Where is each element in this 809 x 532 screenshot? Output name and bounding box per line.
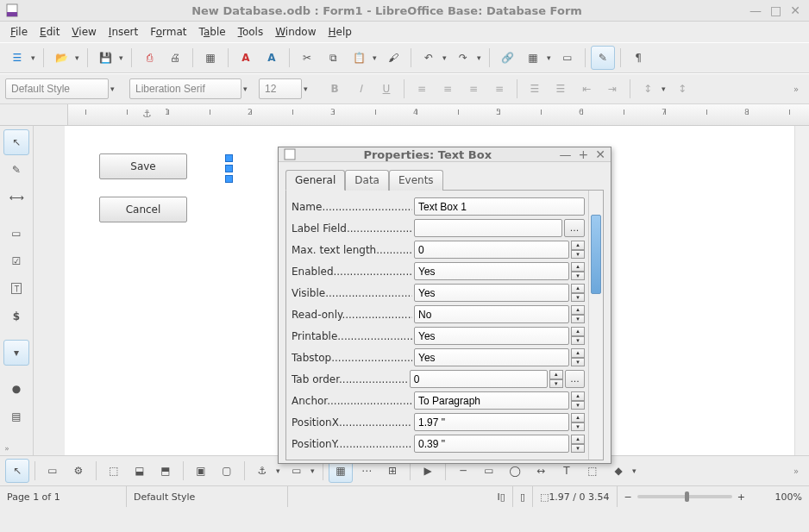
numbering-icon[interactable]: ☰ [549,77,573,101]
save-icon[interactable]: 💾 [93,46,117,70]
copy-icon[interactable]: ⧉ [321,46,345,70]
menu-edit[interactable]: Edit [34,24,65,40]
more-controls-icon[interactable]: ▾ [3,340,29,366]
group-icon[interactable]: ▣ [189,459,213,483]
bullets-icon[interactable]: ☰ [523,77,547,101]
textbox-tool-icon[interactable]: 🅃 [3,276,29,302]
status-insert-mode[interactable]: I▯ [491,486,513,507]
align-justify-icon[interactable]: ≡ [487,77,511,101]
insert-table-icon[interactable]: ▦ [521,46,545,70]
design-mode-icon[interactable]: ✎ [3,157,29,183]
form-button-cancel[interactable]: Cancel [99,197,187,222]
property-input[interactable] [414,241,569,259]
print-preview-icon[interactable]: ▦ [198,46,223,70]
dropdown-arrows-icon[interactable]: ▴▾ [571,391,585,410]
radiobutton-icon[interactable]: ● [3,376,29,402]
font-size-combo[interactable] [259,78,302,99]
anchor-menu-icon[interactable]: ⚓ [250,459,274,483]
menu-format[interactable]: Format [145,24,191,40]
highlighting-icon[interactable]: ✎ [591,46,615,70]
property-input[interactable] [414,262,569,280]
window-close[interactable]: ✕ [790,3,800,17]
vertical-scrollbar[interactable] [794,126,809,455]
indent-icon[interactable]: ⇥ [600,77,624,101]
menu-file[interactable]: File [5,24,33,40]
form-design-icon[interactable]: ▭ [3,221,29,247]
menu-view[interactable]: View [66,24,101,40]
menu-tools[interactable]: Tools [233,24,269,40]
dropdown-arrows-icon[interactable]: ▴▾ [571,262,585,280]
outdent-icon[interactable]: ⇤ [574,77,599,101]
dropdown-arrows-icon[interactable]: ▴▾ [571,327,585,345]
dialog-scrollbar[interactable] [588,191,603,460]
spinner-icon[interactable]: ▴▾ [571,413,585,431]
form-nav-icon[interactable]: ▭ [41,459,65,483]
align-left-icon[interactable]: ≡ [410,77,434,101]
position-icon[interactable]: ⬚ [102,459,126,483]
align-right-icon[interactable]: ≡ [461,77,486,101]
font-color-a-icon[interactable]: A [234,46,258,70]
send-back-icon[interactable]: ⬒ [154,459,178,483]
insert-image-icon[interactable]: ▭ [555,46,580,70]
print-icon[interactable]: 🖨 [163,46,187,70]
dropdown-arrows-icon[interactable]: ▴▾ [571,348,585,366]
undo-icon[interactable]: ↶ [417,46,441,70]
para-spacing-icon[interactable]: ↕ [670,77,694,101]
menu-insert[interactable]: Insert [103,24,143,40]
dialog-minimize-icon[interactable]: — [560,147,572,161]
property-input[interactable] [414,197,585,216]
spinner-icon[interactable]: ▴▾ [571,435,585,453]
form-props-icon[interactable]: ⚙ [66,459,91,483]
italic-icon[interactable]: I [348,77,373,101]
control-wizard-icon[interactable]: ⟷ [3,185,29,210]
dialog-titlebar[interactable]: Properties: Text Box — + ✕ [279,147,611,162]
toolbox-overflow-icon[interactable]: » [0,441,14,455]
menu-table[interactable]: Table [194,24,231,40]
export-pdf-icon[interactable]: ⎙ [137,46,161,70]
horizontal-ruler[interactable]: ⚓ 12345678910111213141516171819 [68,104,809,126]
zoom-value[interactable]: 100% [752,486,809,507]
paste-icon[interactable]: 📋 [347,46,371,70]
property-input[interactable] [414,435,569,453]
tab-events[interactable]: Events [389,170,443,191]
paragraph-style-combo[interactable] [5,78,109,99]
zoom-controls[interactable]: − + [618,486,752,507]
clone-format-icon[interactable]: 🖌 [381,46,405,70]
zoom-in-icon[interactable]: + [737,491,745,503]
property-browse-button[interactable]: ... [564,219,585,237]
window-maximize[interactable]: □ [770,3,781,17]
spinner-icon[interactable]: ▴▾ [549,370,563,388]
new-icon[interactable]: ☰ [5,46,29,70]
align-center-icon[interactable]: ≡ [436,77,460,101]
toolbar-overflow-icon[interactable]: » [793,84,804,94]
spinner-icon[interactable]: ▴▾ [571,241,585,259]
bring-front-icon[interactable]: ⬓ [128,459,152,483]
open-icon[interactable]: 📂 [49,46,73,70]
ungroup-icon[interactable]: ▢ [215,459,239,483]
menu-help[interactable]: Help [323,24,357,40]
property-input[interactable] [414,327,569,345]
checkbox-icon[interactable]: ☑ [3,248,29,274]
underline-icon[interactable]: U [374,77,398,101]
bold-icon[interactable]: B [323,77,347,101]
dropdown-arrows-icon[interactable]: ▴▾ [571,305,585,323]
zoom-out-icon[interactable]: − [624,491,632,503]
hyperlink-icon[interactable]: 🔗 [495,46,519,70]
property-input[interactable] [414,413,569,431]
status-selection-mode[interactable]: ▯ [513,486,533,507]
dropdown-arrows-icon[interactable]: ▴▾ [571,284,585,302]
cut-icon[interactable]: ✂ [295,46,319,70]
line-spacing-icon[interactable]: ↕ [636,77,660,101]
select-icon[interactable]: ↖ [5,459,29,483]
property-input[interactable] [410,370,548,388]
property-input[interactable] [414,391,569,410]
toolbar3-overflow-icon[interactable]: » [793,466,804,476]
property-input[interactable] [414,284,569,302]
form-button-save[interactable]: Save [99,153,187,179]
listbox-icon[interactable]: ▤ [3,404,29,429]
menu-window[interactable]: Window [270,24,321,40]
tab-data[interactable]: Data [345,170,389,191]
dialog-close-icon[interactable]: ✕ [595,147,605,161]
window-minimize[interactable]: — [749,3,762,17]
property-browse-button[interactable]: ... [565,370,585,388]
